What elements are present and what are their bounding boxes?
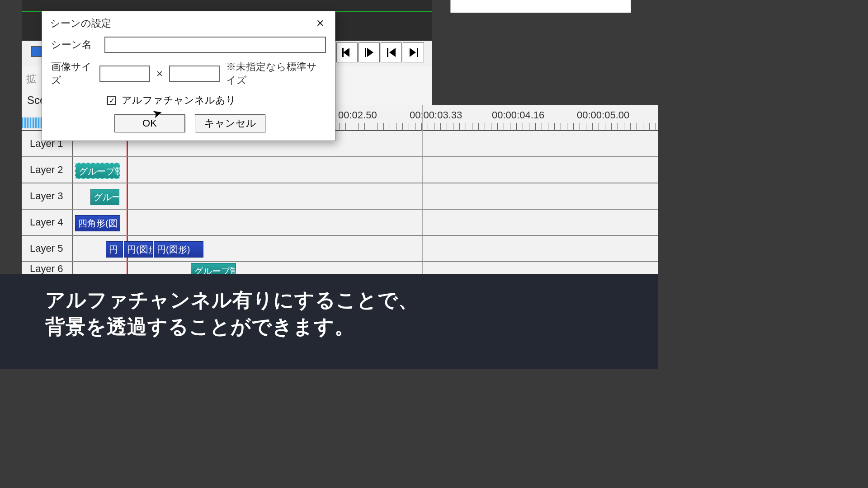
layer-label[interactable]: Layer 3	[22, 183, 73, 209]
prev-frame-button[interactable]	[336, 42, 358, 62]
clip-group[interactable]: グループ制	[191, 263, 236, 275]
subtitle-line-2: 背景を透過することができます。	[45, 313, 640, 340]
svg-rect-1	[342, 48, 344, 57]
svg-marker-3	[367, 48, 373, 57]
image-width-input[interactable]	[99, 66, 150, 82]
tick-label: 00:00:05.00	[577, 109, 629, 121]
multiply-symbol: ×	[156, 67, 163, 80]
close-icon[interactable]: ✕	[312, 18, 328, 29]
clip-group[interactable]: グルー	[90, 189, 119, 205]
ok-button[interactable]: OK	[114, 114, 185, 132]
clip-circle[interactable]: 円	[106, 241, 123, 258]
svg-rect-4	[387, 48, 388, 57]
svg-marker-0	[343, 48, 349, 57]
svg-marker-6	[410, 48, 416, 57]
tick-label: 00:00:04.16	[492, 109, 544, 121]
layer-label[interactable]: Layer 2	[22, 157, 73, 183]
scene-name-label: シーン名	[51, 38, 98, 52]
layer-row-5[interactable]: Layer 5 円 円(図形 円(図形)	[22, 236, 658, 262]
svg-rect-2	[365, 48, 366, 57]
color-swatch[interactable]	[31, 46, 42, 57]
scene-name-input[interactable]	[104, 37, 326, 53]
image-size-label: 画像サイズ	[51, 60, 93, 87]
image-height-input[interactable]	[169, 66, 220, 82]
alpha-checkbox[interactable]: ✓	[107, 96, 116, 105]
alpha-checkbox-label: アルファチャンネルあり	[122, 94, 236, 107]
tick-label: 00:00:03.33	[410, 109, 462, 121]
svg-rect-7	[417, 48, 418, 57]
clip-circle[interactable]: 円(図形	[124, 241, 153, 258]
clip-circle[interactable]: 円(図形)	[154, 241, 203, 258]
side-panel-top	[450, 0, 631, 13]
subtitle-line-1: アルファチャンネル有りにすることで、	[45, 286, 640, 313]
layer-row-4[interactable]: Layer 4 四角形(図	[22, 210, 658, 236]
next-frame-button[interactable]	[359, 42, 380, 62]
layer-label[interactable]: Layer 4	[22, 210, 73, 235]
cancel-button[interactable]: キャンセル	[195, 114, 265, 132]
tick-label: 00:02.50	[338, 109, 377, 121]
go-end-button[interactable]	[403, 42, 424, 62]
scene-settings-dialog: シーンの設定 ✕ シーン名 画像サイズ × ※未指定なら標準サイズ ✓ アルファ…	[42, 11, 335, 141]
layer-label[interactable]: Layer 5	[22, 236, 73, 261]
go-start-button[interactable]	[381, 42, 402, 62]
subtitle-bar: アルファチャンネル有りにすることで、 背景を透過することができます。	[0, 274, 658, 369]
playback-nav	[336, 42, 424, 62]
clip-group[interactable]: グループ制	[75, 163, 120, 179]
layer-row-2[interactable]: Layer 2 グループ制	[22, 157, 658, 183]
tab-ext-label[interactable]: 拡	[26, 72, 36, 86]
layer-row-3[interactable]: Layer 3 グルー	[22, 183, 658, 210]
clip-rect[interactable]: 四角形(図	[75, 215, 120, 231]
size-note: ※未指定なら標準サイズ	[226, 60, 326, 87]
svg-marker-5	[389, 48, 396, 57]
dialog-title: シーンの設定	[50, 17, 111, 30]
